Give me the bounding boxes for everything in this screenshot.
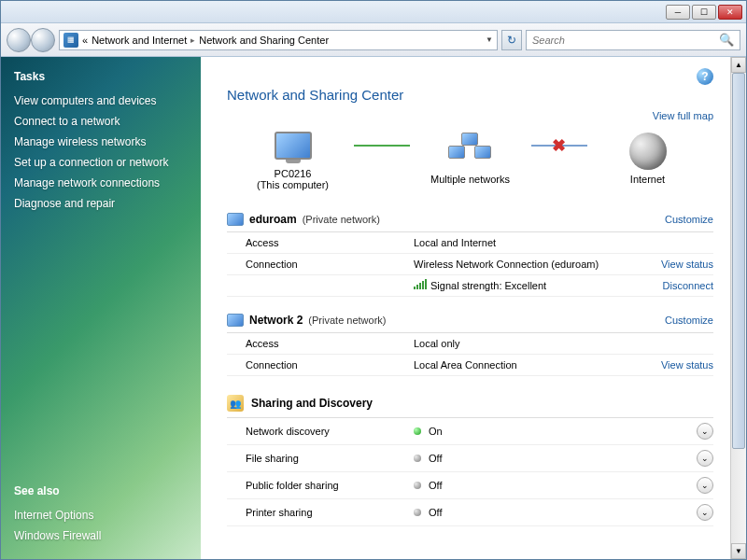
search-box[interactable]: 🔍 — [526, 30, 740, 50]
x-mark-icon: ✖ — [552, 135, 566, 156]
expand-button[interactable]: ⌄ — [697, 450, 713, 467]
expand-button[interactable]: ⌄ — [697, 504, 713, 521]
sharing-row: Public folder sharing Off ⌄ — [227, 472, 713, 499]
detail-row: Connection Local Area Connection View st… — [227, 355, 713, 376]
window: ─ ☐ ✕ ▦ « Network and Internet ▸ Network… — [0, 0, 747, 560]
search-icon[interactable]: 🔍 — [719, 33, 734, 47]
sidebar: Tasks View computers and devices Connect… — [1, 57, 201, 559]
network-section-header: eduroam (Private network) Customize — [227, 207, 713, 232]
globe-icon — [629, 133, 667, 170]
see-also-header: See also — [14, 484, 188, 497]
close-button[interactable]: ✕ — [718, 5, 742, 20]
chevron-right-icon: ▸ — [190, 35, 195, 45]
signal-strength-icon — [414, 280, 427, 289]
expand-button[interactable]: ⌄ — [697, 477, 713, 494]
address-bar[interactable]: ▦ « Network and Internet ▸ Network and S… — [59, 30, 498, 50]
breadcrumb-back[interactable]: « — [82, 35, 88, 46]
detail-row: Signal strength: Excellent Disconnect — [227, 275, 713, 297]
see-also-link[interactable]: Windows Firewall — [14, 525, 188, 546]
network-section-header: Network 2 (Private network) Customize — [227, 308, 713, 333]
back-button[interactable] — [7, 28, 31, 52]
view-full-map-link[interactable]: View full map — [227, 110, 713, 121]
network-name: eduroam — [249, 213, 297, 226]
scroll-down-button[interactable]: ▼ — [731, 543, 746, 559]
task-link[interactable]: Set up a connection or network — [14, 152, 188, 173]
task-link[interactable]: Manage network connections — [14, 173, 188, 193]
network-scope: (Private network) — [303, 214, 380, 225]
vertical-scrollbar[interactable]: ▲ ▼ — [730, 57, 746, 559]
navbar: ▦ « Network and Internet ▸ Network and S… — [1, 23, 746, 57]
network-scope: (Private network) — [308, 315, 386, 326]
tasks-header: Tasks — [14, 70, 188, 83]
map-node-this-computer: PC0216 (This computer) — [233, 127, 354, 190]
customize-link[interactable]: Customize — [665, 315, 713, 326]
task-link[interactable]: Manage wireless networks — [14, 132, 188, 152]
forward-button[interactable] — [31, 28, 55, 52]
titlebar: ─ ☐ ✕ — [1, 1, 746, 23]
sharing-icon: 👥 — [227, 395, 244, 412]
sharing-row: Printer sharing Off ⌄ — [227, 499, 713, 526]
task-link[interactable]: Connect to a network — [14, 111, 188, 132]
view-status-link[interactable]: View status — [661, 359, 713, 371]
multi-network-icon — [448, 133, 493, 170]
map-node-networks: Multiple networks — [410, 133, 531, 185]
help-icon[interactable]: ? — [697, 68, 713, 85]
network-icon — [227, 213, 244, 226]
sharing-row: Network discovery On ⌄ — [227, 418, 713, 445]
see-also-link[interactable]: Internet Options — [14, 505, 188, 525]
breadcrumb-item[interactable]: Network and Sharing Center — [199, 35, 329, 46]
disconnect-link[interactable]: Disconnect — [663, 280, 713, 291]
scroll-up-button[interactable]: ▲ — [731, 57, 746, 73]
task-link[interactable]: View computers and devices — [14, 91, 188, 111]
content-area: ? Network and Sharing Center View full m… — [201, 57, 730, 559]
search-input[interactable] — [532, 35, 719, 46]
expand-button[interactable]: ⌄ — [697, 423, 713, 440]
map-node-internet: Internet — [587, 133, 709, 185]
map-link-line — [354, 145, 410, 147]
status-dot-icon — [414, 509, 421, 516]
status-dot-icon — [414, 427, 421, 435]
refresh-button[interactable]: ↻ — [501, 30, 522, 50]
task-list: View computers and devices Connect to a … — [14, 91, 188, 214]
sharing-row: File sharing Off ⌄ — [227, 445, 713, 472]
control-panel-icon: ▦ — [63, 33, 78, 48]
detail-row: Access Local only — [227, 333, 713, 355]
status-dot-icon — [414, 455, 421, 462]
map-link-broken: ✖ — [531, 145, 587, 147]
network-name: Network 2 — [249, 314, 303, 327]
network-icon — [227, 314, 244, 327]
minimize-button[interactable]: ─ — [666, 5, 690, 20]
address-dropdown-icon[interactable]: ▼ — [486, 35, 493, 44]
scroll-thumb[interactable] — [732, 73, 745, 449]
maximize-button[interactable]: ☐ — [692, 5, 716, 20]
scroll-track[interactable] — [731, 73, 746, 543]
page-title: Network and Sharing Center — [227, 87, 713, 103]
detail-row: Connection Wireless Network Connection (… — [227, 254, 713, 275]
detail-row: Access Local and Internet — [227, 232, 713, 254]
status-dot-icon — [414, 482, 421, 489]
task-link[interactable]: Diagnose and repair — [14, 193, 188, 214]
computer-icon — [275, 132, 312, 160]
view-status-link[interactable]: View status — [661, 259, 713, 270]
network-map: PC0216 (This computer) Multiple networks… — [227, 127, 713, 190]
breadcrumb-item[interactable]: Network and Internet — [92, 35, 187, 46]
customize-link[interactable]: Customize — [665, 214, 713, 225]
sharing-header: 👥 Sharing and Discovery — [227, 387, 713, 418]
